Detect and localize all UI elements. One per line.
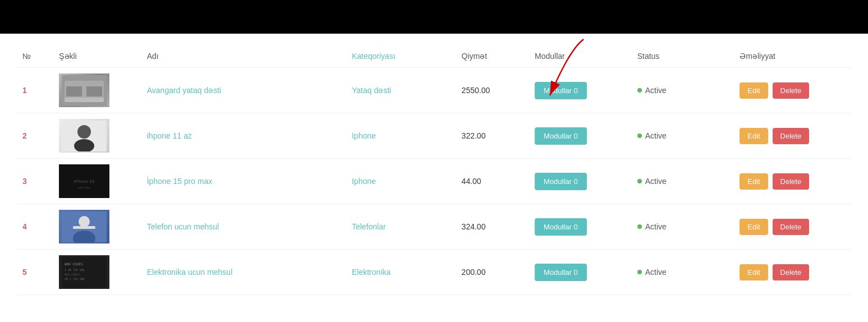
- status-text: Active: [645, 222, 667, 231]
- cell-price: 2550.00: [456, 68, 529, 113]
- products-table: № Şəkli Adı Kateqoriyası Qiymət Modullar…: [17, 45, 851, 295]
- svg-point-13: [79, 216, 90, 227]
- cell-modullar: Modullar 0: [529, 68, 632, 113]
- status-dot: [637, 179, 642, 183]
- table-container: № Şəkli Adı Kateqoriyası Qiymət Modullar…: [0, 34, 868, 322]
- cell-name: Telefon ucun mehsul: [141, 204, 346, 250]
- cell-modullar: Modullar 0: [529, 159, 632, 204]
- cell-price: 44.00: [456, 159, 529, 204]
- svg-text:WHO CODES: WHO CODES: [65, 262, 83, 266]
- product-image: iPhone 15 pro max: [59, 164, 109, 198]
- col-header-action: Əməliyyat: [734, 45, 851, 68]
- product-image: [59, 119, 109, 153]
- delete-button[interactable]: Delete: [773, 264, 810, 280]
- svg-point-7: [77, 125, 91, 139]
- cell-price: 200.00: [456, 250, 529, 295]
- cell-no: 2: [17, 113, 53, 159]
- cell-category: Iphone: [346, 113, 456, 159]
- cell-category: Yataq dəsti: [346, 68, 456, 113]
- col-header-price: Qiymət: [456, 45, 529, 68]
- cell-image: [53, 113, 141, 159]
- edit-button[interactable]: Edit: [740, 128, 768, 144]
- table-row: 3 iPhone 15 pro max İphone 15 pro max Ip…: [17, 159, 851, 204]
- table-row: 5 WHO CODES I AM THE ONE WHO CODES AM I …: [17, 250, 851, 295]
- status-dot: [637, 270, 642, 274]
- cell-status: Active: [632, 204, 734, 250]
- edit-button[interactable]: Edit: [740, 173, 768, 190]
- delete-button[interactable]: Delete: [773, 219, 810, 235]
- cell-action: Edit Delete: [734, 68, 851, 113]
- cell-status: Active: [632, 113, 734, 159]
- col-header-image: Şəkli: [53, 45, 141, 68]
- col-header-name: Adı: [141, 45, 346, 68]
- table-row: 2 ihpone 11 az Iphone 322.00 Modullar 0 …: [17, 113, 851, 159]
- svg-rect-5: [65, 98, 104, 102]
- modullar-button[interactable]: Modullar 0: [535, 218, 587, 236]
- cell-no: 5: [17, 250, 53, 295]
- cell-image: WHO CODES I AM THE ONE WHO CODES AM I TH…: [53, 250, 141, 295]
- cell-name: Elektronika ucun mehsul: [141, 250, 346, 295]
- cell-status: Active: [632, 68, 734, 113]
- table-row: 1 Avangard yataq dəsti Yataq dəsti 2550.…: [17, 68, 851, 113]
- edit-button[interactable]: Edit: [740, 82, 768, 99]
- svg-rect-15: [73, 226, 95, 229]
- modullar-button[interactable]: Modullar 0: [535, 127, 587, 145]
- delete-button[interactable]: Delete: [773, 173, 810, 190]
- status-dot: [637, 224, 642, 229]
- cell-image: iPhone 15 pro max: [53, 159, 141, 204]
- status-text: Active: [645, 177, 667, 186]
- modullar-button[interactable]: Modullar 0: [535, 82, 587, 99]
- status-dot: [637, 134, 642, 138]
- status-text: Active: [645, 86, 667, 95]
- cell-action: Edit Delete: [734, 204, 851, 250]
- cell-no: 4: [17, 204, 53, 250]
- cell-modullar: Modullar 0: [529, 204, 632, 250]
- cell-status: Active: [632, 159, 734, 204]
- cell-name: Avangard yataq dəsti: [141, 68, 346, 113]
- svg-text:WHO CODES: WHO CODES: [65, 273, 80, 276]
- cell-price: 322.00: [456, 113, 529, 159]
- status-dot: [637, 88, 642, 93]
- cell-image: [53, 204, 141, 250]
- cell-name: İphone 15 pro max: [141, 159, 346, 204]
- cell-modullar: Modullar 0: [529, 113, 632, 159]
- table-row: 4 Telefon ucun mehsul Telefonlar 324.00 …: [17, 204, 851, 250]
- product-image: [59, 210, 109, 243]
- cell-no: 1: [17, 68, 53, 113]
- col-header-status: Status: [632, 45, 734, 68]
- col-header-category: Kateqoriyası: [346, 45, 456, 68]
- product-image: [59, 73, 109, 107]
- svg-text:pro max: pro max: [78, 186, 90, 189]
- cell-category: Iphone: [346, 159, 456, 204]
- status-text: Active: [645, 268, 667, 277]
- cell-action: Edit Delete: [734, 159, 851, 204]
- col-header-no: №: [17, 45, 53, 68]
- cell-action: Edit Delete: [734, 250, 851, 295]
- col-header-modullar: Modullar: [529, 45, 632, 68]
- product-image: WHO CODES I AM THE ONE WHO CODES AM I TH…: [59, 255, 109, 289]
- top-bar: [0, 0, 868, 34]
- delete-button[interactable]: Delete: [773, 128, 810, 144]
- modullar-button[interactable]: Modullar 0: [535, 173, 587, 190]
- svg-text:I AM THE ONE: I AM THE ONE: [65, 268, 85, 272]
- edit-button[interactable]: Edit: [740, 219, 768, 235]
- delete-button[interactable]: Delete: [773, 82, 810, 99]
- cell-status: Active: [632, 250, 734, 295]
- status-text: Active: [645, 131, 667, 140]
- svg-rect-3: [66, 86, 82, 96]
- svg-text:iPhone 15: iPhone 15: [74, 179, 95, 184]
- cell-name: ihpone 11 az: [141, 113, 346, 159]
- cell-modullar: Modullar 0: [529, 250, 632, 295]
- svg-rect-4: [86, 86, 102, 96]
- cell-action: Edit Delete: [734, 113, 851, 159]
- svg-text:AM I THE ONE: AM I THE ONE: [65, 277, 85, 280]
- modullar-button[interactable]: Modullar 0: [535, 264, 587, 281]
- cell-category: Telefonlar: [346, 204, 456, 250]
- cell-no: 3: [17, 159, 53, 204]
- cell-image: [53, 68, 141, 113]
- edit-button[interactable]: Edit: [740, 264, 768, 280]
- cell-category: Elektronika: [346, 250, 456, 295]
- cell-price: 324.00: [456, 204, 529, 250]
